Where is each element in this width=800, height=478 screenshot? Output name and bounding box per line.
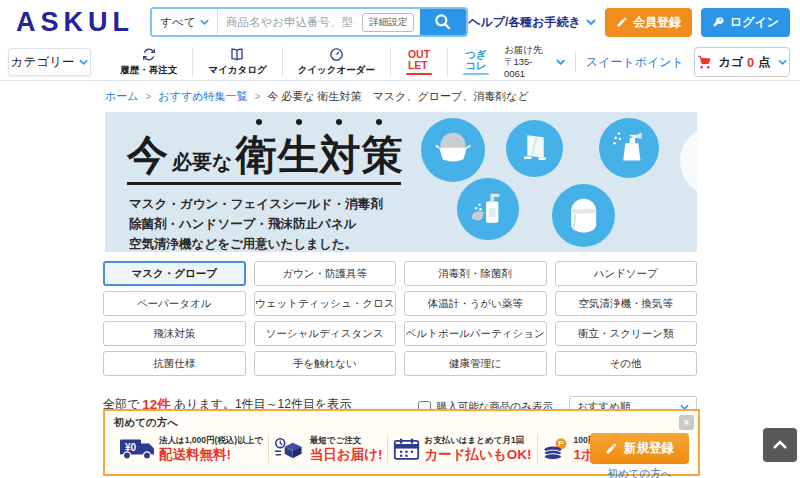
first-time-link[interactable]: 初めての方へ xyxy=(608,467,672,478)
search-icon xyxy=(433,12,453,32)
askul-logo[interactable]: ASKUL xyxy=(16,9,134,36)
nav-item-tsugikore[interactable]: つぎ コレ xyxy=(447,47,504,77)
advanced-search-button[interactable]: 詳細設定 xyxy=(362,13,414,32)
category-button-gown[interactable]: ガウン・防護具等 xyxy=(254,261,397,286)
nav-item-outlet[interactable]: OUT LET xyxy=(390,47,447,77)
category-button-disinfectant[interactable]: 消毒剤・除菌剤 xyxy=(404,261,547,286)
promo-cta: 新規登録 初めての方へ xyxy=(590,433,689,478)
book-icon xyxy=(227,47,247,62)
delivery-truck-icon: ¥0 xyxy=(119,435,155,462)
promo-title: 初めての方へ xyxy=(114,416,689,430)
hand-sanitizer-icon xyxy=(457,178,519,240)
chevron-down-icon xyxy=(556,59,565,65)
category-button-other[interactable]: その他 xyxy=(555,351,698,376)
breadcrumb-current: 今 必要な 衛生対策 マスク、グローブ、消毒剤など xyxy=(267,89,528,104)
breadcrumb-features[interactable]: おすすめ特集一覧 xyxy=(158,89,247,104)
point-coins-icon: P xyxy=(543,436,570,462)
category-button-thermometer[interactable]: 体温計・うがい薬等 xyxy=(404,291,547,316)
category-button-socialdistance[interactable]: ソーシャルディスタンス xyxy=(254,321,397,346)
cart-icon xyxy=(696,54,714,70)
svg-text:P: P xyxy=(558,439,564,448)
pencil-icon xyxy=(616,16,628,28)
category-button-droplet[interactable]: 飛沫対策 xyxy=(103,321,246,346)
hero-description: マスク・ガウン・フェイスシールド・消毒剤 除菌剤・ハンドソープ・飛沫防止パネル … xyxy=(129,194,383,252)
chevron-down-icon xyxy=(586,19,596,25)
register-label: 会員登録 xyxy=(633,14,681,31)
nav-item-label: クイックオーダー xyxy=(298,64,375,77)
svg-text:¥0: ¥0 xyxy=(125,442,137,453)
promo-item-free-shipping[interactable]: ¥0 法人は1,000円(税込)以上で 配送料無料! xyxy=(114,435,268,463)
promo-item-small: 法人は1,000円(税込)以上で xyxy=(159,435,263,447)
cart-count: 0 xyxy=(747,55,754,70)
signup-button[interactable]: 新規登録 xyxy=(590,433,689,464)
nav-item-history[interactable]: 履歴・再注文 xyxy=(105,47,192,77)
tsugikore-logo: つぎ コレ xyxy=(465,49,487,71)
category-button-wettissue[interactable]: ウェットティッシュ・クロス xyxy=(254,291,397,316)
login-button[interactable]: ログイン xyxy=(701,8,790,37)
promo-item-same-day[interactable]: 最短でご注文 当日お届け! xyxy=(268,435,388,463)
promo-item-big: 配送料無料! xyxy=(159,447,263,463)
category-button-handsoap[interactable]: ハンドソープ xyxy=(555,261,698,286)
chevron-down-icon xyxy=(79,59,88,65)
promo-items: ¥0 法人は1,000円(税込)以上で 配送料無料! 最短でご注文 xyxy=(114,435,590,463)
top-bar: ASKUL すべて 詳細設定 ヘルプ/各種お手続き xyxy=(0,0,800,44)
category-button-healthcare[interactable]: 健康管理に xyxy=(404,351,547,376)
delivery-address-selector[interactable]: お届け先 〒135-0061 xyxy=(504,44,565,80)
askul-page: ASKUL すべて 詳細設定 ヘルプ/各種お手続き xyxy=(0,0,800,478)
category-button-screen[interactable]: 衝立・スクリーン類 xyxy=(555,321,698,346)
register-button[interactable]: 会員登録 xyxy=(605,8,692,37)
category-button-papertowel[interactable]: ペーパータオル xyxy=(103,291,246,316)
search-scope-select[interactable]: すべて xyxy=(152,9,218,35)
chevron-down-icon xyxy=(778,59,787,65)
hero-title: 今 必要な 衛生対策 xyxy=(127,128,403,183)
search-scope-value: すべて xyxy=(160,15,195,30)
breadcrumb: ホーム > おすすめ特集一覧 > 今 必要な 衛生対策 マスク、グローブ、消毒剤… xyxy=(105,89,529,104)
top-right-links: ヘルプ/各種お手続き 会員登録 ログイン xyxy=(468,8,790,37)
tsugikore-underline xyxy=(463,73,489,75)
outlet-logo: OUT LET xyxy=(408,49,430,71)
nav-item-mycatalog[interactable]: マイカタログ xyxy=(192,47,281,77)
cart-label: カゴ xyxy=(718,54,743,71)
mask-face-icon xyxy=(421,118,485,182)
category-button-mask-glove[interactable]: マスク・グローブ xyxy=(103,261,246,286)
cart-button[interactable]: カゴ 0 点 xyxy=(694,47,790,77)
nav-right: お届け先 〒135-0061 スイートポイント カゴ 0 点 xyxy=(504,44,790,80)
cart-unit: 点 xyxy=(758,54,770,71)
category-button-airpurifier[interactable]: 空気清浄機・換気等 xyxy=(555,291,698,316)
search-input[interactable] xyxy=(218,9,362,35)
package-clock-icon xyxy=(274,435,306,462)
help-menu[interactable]: ヘルプ/各種お手続き xyxy=(468,14,596,31)
decorative-circle xyxy=(680,126,697,196)
nav-item-quickorder[interactable]: クイックオーダー xyxy=(282,47,390,77)
close-icon[interactable]: × xyxy=(679,415,694,430)
points-link[interactable]: スイートポイント xyxy=(586,54,684,71)
category-button-beltpole[interactable]: ベルトポールパーティション xyxy=(404,321,547,346)
face-shield-icon xyxy=(552,184,615,247)
delivery-label: お届け先 xyxy=(504,44,551,56)
divider xyxy=(575,52,576,72)
hero-banner[interactable]: 今 必要な 衛生対策 マスク・ガウン・フェイスシールド・消毒剤 除菌剤・ハンドソ… xyxy=(105,112,697,252)
category-menu-button[interactable]: カテゴリー xyxy=(8,48,91,76)
scroll-to-top-button[interactable] xyxy=(763,428,797,462)
promo-item-small: 最短でご注文 xyxy=(310,435,383,447)
key-icon xyxy=(712,16,725,29)
hero-title-part3: 衛生対策 xyxy=(235,128,403,183)
nav-bar: カテゴリー 履歴・再注文 マイカタログ xyxy=(0,44,800,81)
quick-order-dial-icon xyxy=(327,47,346,62)
pencil-icon xyxy=(605,442,618,455)
category-button-antibacterial[interactable]: 抗菌仕様 xyxy=(103,351,246,376)
breadcrumb-separator: > xyxy=(254,91,260,102)
promo-item-card-payment[interactable]: お支払いはまとめて月1回 カード払いもOK! xyxy=(387,435,536,463)
spray-bottle-icon xyxy=(599,118,659,178)
search-button[interactable] xyxy=(420,9,466,35)
chevron-up-icon xyxy=(772,440,788,450)
promo-item-big: カード払いもOK! xyxy=(424,447,531,463)
hero-underline xyxy=(127,182,401,185)
promo-item-big: 当日お届け! xyxy=(310,447,383,463)
delivery-text: お届け先 〒135-0061 xyxy=(504,44,551,80)
category-button-touchless[interactable]: 手を触れない xyxy=(254,351,397,376)
delivery-zip: 〒135-0061 xyxy=(504,56,551,80)
breadcrumb-home[interactable]: ホーム xyxy=(105,89,139,104)
nav-item-label: 履歴・再注文 xyxy=(120,64,177,77)
category-grid: マスク・グローブ ガウン・防護具等 消毒剤・除菌剤 ハンドソープ ペーパータオル… xyxy=(103,261,697,376)
